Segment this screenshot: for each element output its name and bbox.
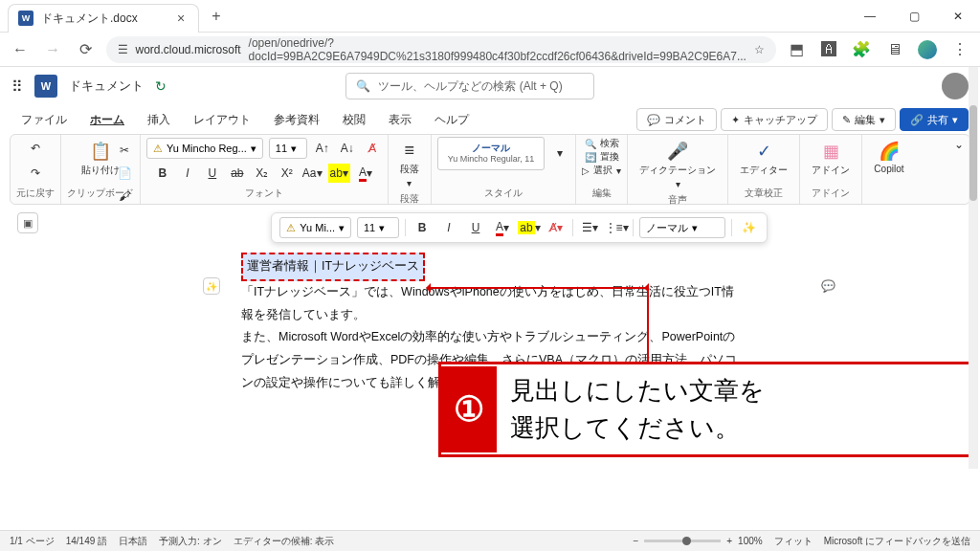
comment-indicator-icon[interactable]: 💬 — [819, 277, 836, 295]
group-editing: 🔍 検索 🔄 置換 ▷ 選択 ▾ 編集 — [575, 135, 627, 204]
url-box[interactable]: ☰ word.cloud.microsoft/open/onedrive/?do… — [106, 36, 776, 63]
zoom-out-button[interactable]: − — [633, 536, 638, 546]
copy-button[interactable]: 📄 — [115, 164, 134, 183]
editing-mode-button[interactable]: ✎編集▾ — [832, 108, 896, 131]
mini-font-color[interactable]: A▾ — [492, 217, 513, 238]
addins-button[interactable]: ▦アドイン — [806, 137, 856, 181]
tab-help[interactable]: ヘルプ — [425, 108, 479, 132]
superscript-button[interactable]: X² — [278, 164, 297, 183]
catchup-button[interactable]: ✦キャッチアップ — [721, 108, 828, 131]
bold-button[interactable]: B — [153, 164, 172, 183]
close-window-button[interactable]: ✕ — [936, 0, 980, 33]
clear-format-button[interactable]: A̸ — [363, 139, 382, 158]
change-case-button[interactable]: Aa▾ — [302, 164, 323, 183]
search-box[interactable]: 🔍 ツール、ヘルプなどの検索 (Alt + Q) — [345, 73, 594, 99]
share-button[interactable]: 🔗共有▾ — [900, 108, 969, 131]
shrink-font-button[interactable]: A↓ — [338, 139, 357, 158]
replace-button[interactable]: 🔄 置換 — [585, 150, 619, 164]
group-undo: ↶ ↷ 元に戻す — [11, 135, 60, 204]
app-launcher-icon[interactable]: ⠿ — [11, 77, 23, 96]
vertical-scrollbar[interactable] — [969, 67, 978, 469]
underline-button[interactable]: U — [203, 164, 222, 183]
grow-font-button[interactable]: A↑ — [313, 139, 332, 158]
dictation-button[interactable]: 🎤ディクテーション▾ — [634, 137, 722, 193]
ribbon-collapse-button[interactable]: ⌄ — [948, 135, 969, 154]
mini-italic[interactable]: I — [438, 217, 459, 238]
translate-icon[interactable]: 🅰 — [816, 36, 841, 63]
mini-copilot[interactable]: ✨ — [738, 217, 759, 238]
tab-insert[interactable]: 挿入 — [138, 108, 180, 132]
mini-highlight[interactable]: ab▾ — [519, 217, 540, 238]
tab-review[interactable]: 校閲 — [333, 108, 375, 132]
zoom-in-button[interactable]: + — [726, 536, 732, 546]
language[interactable]: 日本語 — [119, 535, 147, 548]
install-icon[interactable]: ⬒ — [784, 36, 809, 63]
font-size-select[interactable]: 11▾ — [269, 138, 307, 159]
user-avatar[interactable] — [942, 73, 969, 99]
back-button[interactable]: ← — [8, 36, 33, 63]
mini-clear-format[interactable]: A̸▾ — [546, 217, 567, 238]
font-color-button[interactable]: A▾ — [356, 164, 375, 183]
mini-style-select[interactable]: ノーマル▾ — [639, 217, 725, 238]
subscript-button[interactable]: X₂ — [253, 164, 272, 183]
tab-layout[interactable]: レイアウト — [184, 108, 260, 132]
site-info-icon[interactable]: ☰ — [118, 43, 128, 56]
more-icon[interactable]: ⋮ — [947, 36, 972, 63]
maximize-button[interactable]: ▢ — [892, 0, 936, 33]
profile-avatar[interactable] — [915, 36, 940, 63]
paragraph-icon: ≡ — [405, 141, 415, 161]
italic-button[interactable]: I — [178, 164, 197, 183]
word-count[interactable]: 14/149 語 — [66, 535, 107, 548]
mini-size-select[interactable]: 11▾ — [357, 217, 399, 238]
copilot-button[interactable]: 🌈Copilot — [868, 137, 909, 178]
cut-button[interactable]: ✂ — [115, 141, 134, 160]
zoom-slider[interactable] — [644, 540, 721, 542]
tab-view[interactable]: 表示 — [379, 108, 421, 132]
tab-references[interactable]: 参考資料 — [264, 108, 329, 132]
refresh-button[interactable]: ⟳ — [73, 36, 98, 63]
page-count[interactable]: 1/1 ページ — [10, 535, 55, 548]
redo-button[interactable]: ↷ — [26, 164, 45, 183]
close-tab-icon[interactable]: × — [173, 11, 189, 26]
feedback-link[interactable]: Microsoft にフィードバックを送信 — [824, 535, 970, 548]
browser-tab[interactable]: W ドキュメント.docx × — [8, 4, 199, 33]
editor-suggestions[interactable]: エディターの候補: 表示 — [234, 535, 335, 548]
tab-file[interactable]: ファイル — [11, 108, 77, 132]
find-button[interactable]: 🔍 検索 — [585, 137, 619, 150]
paragraph-1[interactable]: 「ITナレッジベース」では、WindowsやiPhoneの使い方をはじめ、日常生… — [241, 285, 734, 321]
strikethrough-button[interactable]: ab — [228, 164, 247, 183]
styles-more-button[interactable]: ▾ — [550, 143, 569, 163]
tab-home[interactable]: ホーム — [80, 108, 134, 132]
addins-icon: ▦ — [823, 141, 839, 162]
zoom-level[interactable]: 100% — [738, 536, 763, 546]
mini-underline[interactable]: U — [465, 217, 486, 238]
sync-status-icon[interactable]: ↻ — [155, 78, 167, 94]
group-label-paragraph: 段落 — [400, 192, 419, 208]
pages-pane-button[interactable]: ▣ — [17, 212, 38, 233]
editor-button[interactable]: ✓エディター — [734, 137, 793, 181]
predictive-input[interactable]: 予測入力: オン — [159, 535, 222, 548]
word-app-icon[interactable]: W — [34, 75, 57, 98]
selected-heading-text[interactable]: 運営者情報｜ITナレッジベース — [241, 253, 425, 281]
highlight-button[interactable]: ab▾ — [328, 164, 350, 183]
paragraph-button[interactable]: ≡段落▾ — [394, 137, 425, 192]
select-button[interactable]: ▷ 選択 ▾ — [582, 164, 621, 177]
style-normal[interactable]: ノーマルYu Mincho Regular, 11 — [437, 137, 546, 170]
star-icon[interactable]: ☆ — [754, 43, 765, 56]
extensions-icon[interactable]: 🧩 — [849, 36, 874, 63]
fit-button[interactable]: フィット — [774, 535, 813, 548]
document-name[interactable]: ドキュメント — [69, 77, 144, 95]
mini-bullets[interactable]: ☰▾ — [579, 217, 600, 238]
comments-button[interactable]: 💬コメント — [636, 108, 717, 131]
undo-button[interactable]: ↶ — [26, 139, 45, 158]
font-name-select[interactable]: ⚠Yu Mincho Reg...▾ — [146, 138, 263, 159]
mini-bold[interactable]: B — [412, 217, 433, 238]
desktop-icon[interactable]: 🖥 — [881, 36, 906, 63]
mini-font-select[interactable]: ⚠Yu Mi...▾ — [279, 217, 351, 238]
new-tab-button[interactable]: + — [203, 3, 230, 30]
group-label-addins: アドイン — [812, 187, 850, 202]
format-painter-button[interactable]: 🖌 — [115, 187, 134, 206]
copilot-margin-icon[interactable]: ✨ — [203, 277, 220, 295]
minimize-button[interactable]: ― — [848, 0, 892, 33]
mini-numbering[interactable]: ⋮≡▾ — [606, 217, 627, 238]
